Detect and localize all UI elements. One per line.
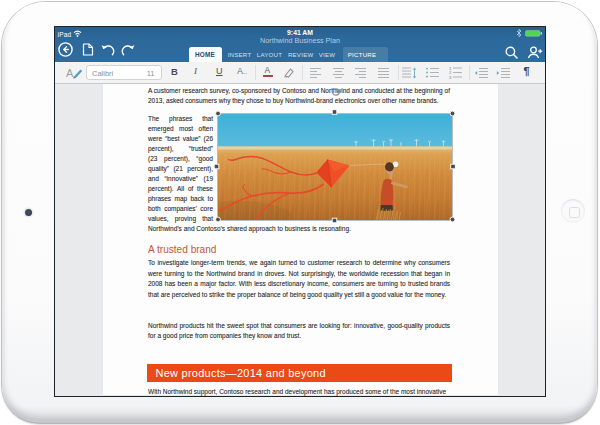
svg-text:3: 3: [449, 74, 452, 78]
svg-text:A: A: [66, 67, 74, 79]
